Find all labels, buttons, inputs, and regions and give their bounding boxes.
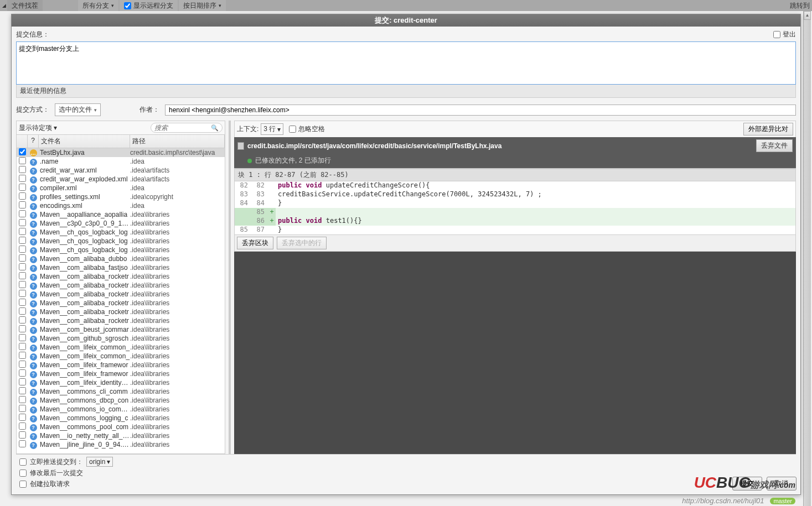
file-row[interactable]: ?.name.idea — [17, 157, 225, 166]
file-row[interactable]: ?Maven__io_netty_netty_all_4_0.idea\libr… — [17, 431, 225, 440]
file-row[interactable]: ?Maven__com_lifeix_common_.idea\librarie… — [17, 352, 225, 361]
file-row[interactable]: ?Maven__c3p0_c3p0_0_9_1_2.x.idea\librari… — [17, 219, 225, 228]
diff-line[interactable]: 86+ public void test1(){} — [235, 217, 795, 226]
diff-line[interactable]: 8484 } — [235, 199, 795, 208]
file-search-tab[interactable]: 文件找茬 — [7, 0, 43, 11]
file-checkbox[interactable] — [19, 281, 26, 288]
file-row[interactable]: ?credit_war_war.xml.idea\artifacts — [17, 166, 225, 175]
jump-to-label[interactable]: 跳转到 — [790, 1, 810, 11]
file-row[interactable]: ?Maven__commons_pool_com.idea\libraries — [17, 422, 225, 431]
scroll-up-icon[interactable]: ▲ — [804, 11, 811, 20]
file-checkbox[interactable] — [19, 343, 26, 350]
file-checkbox[interactable] — [19, 290, 26, 297]
file-row[interactable]: ?Maven__com_alibaba_rocketr.idea\librari… — [17, 299, 225, 307]
diff-line[interactable]: 8282 public void updateCreditChangeScore… — [235, 181, 795, 190]
file-checkbox[interactable] — [19, 422, 26, 430]
author-input[interactable] — [165, 105, 796, 116]
diff-line[interactable]: 8587} — [235, 226, 795, 234]
file-row[interactable]: ?Maven__ch_qos_logback_log.idea\librarie… — [17, 246, 225, 254]
file-checkbox[interactable] — [19, 387, 26, 394]
discard-hunk-button[interactable]: 丢弃区块 — [237, 237, 273, 249]
file-checkbox[interactable] — [19, 299, 26, 306]
file-checkbox[interactable] — [19, 334, 26, 341]
logout-check[interactable]: 登出 — [773, 30, 796, 39]
file-checkbox[interactable] — [19, 192, 26, 200]
file-checkbox[interactable] — [19, 352, 26, 359]
cancel-button[interactable]: 取消 — [767, 477, 797, 491]
collapse-icon[interactable]: ◢ — [2, 3, 6, 8]
file-row[interactable]: ?Maven__com_lifeix_common_.idea\librarie… — [17, 343, 225, 352]
file-checkbox[interactable] — [19, 369, 26, 377]
file-row[interactable]: ?Maven__com_alibaba_rocketr.idea\librari… — [17, 281, 225, 290]
file-row[interactable]: ?Maven__commons_logging_c.idea\libraries — [17, 414, 225, 422]
file-row[interactable]: ?Maven__com_alibaba_rocketr.idea\librari… — [17, 290, 225, 299]
splitter[interactable] — [229, 121, 231, 454]
pull-request-option[interactable]: 创建拉取请求 — [19, 479, 793, 489]
file-checkbox[interactable] — [19, 237, 26, 244]
file-checkbox[interactable] — [19, 405, 26, 412]
ignore-whitespace-check[interactable]: 忽略空格 — [289, 124, 325, 134]
push-now-option[interactable]: 立即推送提交到： origin▾ — [19, 457, 793, 467]
file-checkbox[interactable] — [19, 175, 26, 182]
push-remote-combo[interactable]: origin▾ — [86, 457, 113, 467]
file-row[interactable]: ?Maven__com_alibaba_rocketr.idea\librari… — [17, 316, 225, 325]
file-row[interactable]: ?Maven__com_alibaba_fastjso.idea\librari… — [17, 263, 225, 272]
recent-messages-row[interactable]: 最近使用的信息 — [16, 85, 796, 98]
file-checkbox[interactable] — [19, 316, 26, 324]
file-row[interactable]: ?Maven__com_lifeix_framewor.idea\librari… — [17, 369, 225, 378]
file-checkbox[interactable] — [19, 325, 26, 332]
file-checkbox[interactable] — [19, 201, 26, 208]
diff-line[interactable]: 85+ — [235, 208, 795, 217]
file-checkbox[interactable] — [19, 440, 26, 447]
all-branches-combo[interactable]: 所有分支▾ — [78, 0, 118, 11]
file-checkbox[interactable] — [19, 361, 26, 368]
file-checkbox[interactable] — [19, 414, 26, 421]
path-column-header[interactable]: 路径 — [130, 135, 225, 148]
file-checkbox[interactable] — [19, 272, 26, 279]
commit-message-input[interactable]: 提交到master分支上 — [16, 41, 796, 85]
file-search-input[interactable]: 🔍 — [151, 123, 223, 133]
file-row[interactable]: ?Maven__com_lifeix_framewor.idea\librari… — [17, 361, 225, 369]
file-row[interactable]: ?Maven__ch_qos_logback_log.idea\librarie… — [17, 228, 225, 237]
file-row[interactable]: ?Maven__com_lifeix_identity_id.idea\libr… — [17, 378, 225, 387]
file-row[interactable]: ?profiles_settings.xml.idea\copyright — [17, 192, 225, 201]
show-remote-check[interactable]: 显示远程分支 — [120, 0, 178, 11]
file-checkbox[interactable] — [19, 157, 26, 164]
file-checkbox[interactable] — [19, 166, 26, 173]
amend-option[interactable]: 修改最后一次提交 — [19, 468, 793, 478]
external-diff-button[interactable]: 外部差异比对 — [743, 123, 793, 135]
file-row[interactable]: ?Maven__com_alibaba_rocketr.idea\librari… — [17, 307, 225, 316]
file-row[interactable]: ?Maven__com_alibaba_dubbo.idea\libraries — [17, 254, 225, 263]
file-checkbox[interactable] — [19, 148, 26, 155]
file-row[interactable]: ?Maven__commons_io_commo.idea\libraries — [17, 405, 225, 414]
discard-selected-lines-button[interactable]: 丢弃选中的行 — [277, 237, 327, 249]
file-row[interactable]: ?credit_war_war_exploded.xml.idea\artifa… — [17, 175, 225, 184]
q-column-header[interactable]: ? — [28, 135, 39, 148]
file-row[interactable]: ?Maven__ch_qos_logback_log.idea\librarie… — [17, 237, 225, 246]
file-checkbox[interactable] — [19, 184, 26, 191]
file-row[interactable]: ?Maven__com_beust_jcommar.idea\libraries — [17, 325, 225, 334]
file-checkbox[interactable] — [19, 431, 26, 439]
file-row[interactable]: ?Maven__jline_jline_0_9_94.xml.idea\libr… — [17, 440, 225, 449]
pending-items-combo[interactable]: 显示待定项 ▾ — [19, 123, 147, 133]
file-row[interactable]: ?Maven__com_github_sgrosch.idea\librarie… — [17, 334, 225, 343]
file-row[interactable]: ?compiler.xml.idea — [17, 184, 225, 192]
file-row[interactable]: …TestByLhx.javacredit.basic.impl\src\tes… — [17, 148, 225, 157]
file-checkbox[interactable] — [19, 263, 26, 270]
commit-button[interactable]: 提交 — [732, 477, 762, 491]
file-checkbox[interactable] — [19, 396, 26, 403]
file-checkbox[interactable] — [19, 378, 26, 385]
file-row[interactable]: ?encodings.xml.idea — [17, 201, 225, 210]
vertical-scrollbar[interactable]: ▲ — [803, 11, 811, 506]
file-checkbox[interactable] — [19, 254, 26, 262]
file-row[interactable]: ?Maven__commons_dbcp_con.idea\libraries — [17, 396, 225, 405]
file-row[interactable]: ?Maven__aopalliance_aopallia.idea\librar… — [17, 210, 225, 219]
sort-combo[interactable]: 按日期排序▾ — [179, 0, 226, 11]
diff-line[interactable]: 8383 creditBasicService.updateCreditChan… — [235, 190, 795, 199]
diff-body[interactable]: 块 1 : 行 82-87 (之前 82--85) 8282 public vo… — [234, 168, 796, 235]
discard-file-button[interactable]: 丢弃文件 — [756, 139, 793, 152]
name-column-header[interactable]: 文件名 — [39, 135, 130, 148]
file-checkbox[interactable] — [19, 228, 26, 235]
file-row[interactable]: ?Maven__commons_cli_comm.idea\libraries — [17, 387, 225, 396]
file-list[interactable]: …TestByLhx.javacredit.basic.impl\src\tes… — [17, 148, 225, 453]
